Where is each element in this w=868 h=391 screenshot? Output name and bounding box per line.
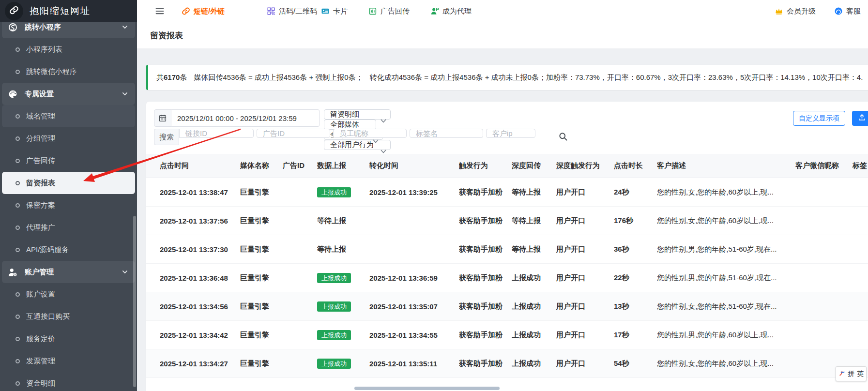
cell-media: 巨量引擎 xyxy=(240,302,283,311)
column-header: 媒体名称 xyxy=(240,161,283,170)
search-input-3[interactable] xyxy=(410,129,483,138)
search-input-0[interactable] xyxy=(179,129,254,138)
sidebar-item-label: 资金明细 xyxy=(26,379,55,388)
cell-media: 巨量引擎 xyxy=(240,273,283,283)
sidebar-item-1[interactable]: 小程序列表 xyxy=(2,38,135,60)
sidebar-item-3[interactable]: 专属设置 xyxy=(2,83,135,105)
bullet-circle-icon xyxy=(15,248,20,252)
cell-trigger: 获客助手加粉 xyxy=(459,216,512,226)
search-input-4[interactable] xyxy=(486,129,535,138)
nav-item-2[interactable]: 卡片 xyxy=(321,0,348,22)
titlebar: 留资报表 xyxy=(137,22,868,48)
cell-convert_time: 2025-12-01 13:35:11 xyxy=(369,360,459,368)
search-row: 搜索 xyxy=(154,129,571,145)
select-value: 留资明细 xyxy=(330,110,359,119)
table-row[interactable]: 2025-12-01 13:34:27巨量引擎上报成功2025-12-01 13… xyxy=(146,349,868,378)
sidebar-scrollbar[interactable] xyxy=(133,216,136,387)
table-row[interactable]: 2025-12-01 13:37:56巨量引擎等待上报获客助手加粉等待上报用户开… xyxy=(146,207,868,235)
bullet-circle-icon xyxy=(15,337,20,341)
chevron-down-icon xyxy=(122,24,128,30)
cell-convert_time: 2025-12-01 13:34:55 xyxy=(369,331,459,339)
table-row[interactable]: 2025-12-01 13:38:47巨量引擎上报成功2025-12-01 13… xyxy=(146,178,868,207)
cell-desc: 您的性别,男,您的年龄,60岁以上,现... xyxy=(657,331,795,340)
search-button[interactable] xyxy=(555,129,571,145)
cell-media: 巨量引擎 xyxy=(240,245,283,254)
brand: 抱阳缩短网址 xyxy=(0,0,137,22)
report-success-badge: 上报成功 xyxy=(317,330,351,340)
sidebar-item-label: 广告回传 xyxy=(26,156,55,165)
table-row[interactable]: 2025-12-01 13:34:56巨量引擎上报成功2025-12-01 13… xyxy=(146,292,868,321)
cell-click_time: 2025-12-01 13:37:30 xyxy=(160,245,240,254)
sidebar-item-9[interactable]: 代理推广 xyxy=(2,216,135,239)
filter-select-1[interactable]: 全部媒体 xyxy=(324,120,376,130)
search-input-2[interactable] xyxy=(333,129,407,138)
sidebar-item-15[interactable]: 发票管理 xyxy=(2,350,135,372)
cell-deep_report: 上报成功 xyxy=(512,273,556,283)
filter-select-0[interactable]: 留资明细 xyxy=(324,109,391,120)
nav-item-label: 客服 xyxy=(846,7,861,16)
customize-columns-button[interactable]: 自定义显示项 xyxy=(793,111,845,126)
sidebar-item-16[interactable]: 资金明细 xyxy=(2,372,135,391)
cell-deep_trigger: 用户开口 xyxy=(556,302,614,311)
sidebar-item-label: 域名管理 xyxy=(26,112,55,121)
sidebar-item-6[interactable]: 广告回传 xyxy=(2,150,135,172)
cell-convert_time: 2025-12-01 13:36:59 xyxy=(369,274,459,282)
bullet-circle-icon xyxy=(15,70,20,74)
cell-trigger: 获客助手加粉 xyxy=(459,245,512,254)
nav-item-0[interactable]: 短链/外链 xyxy=(182,0,225,22)
sidebar-item-5[interactable]: 分组管理 xyxy=(2,127,135,150)
cell-trigger: 获客助手加粉 xyxy=(459,331,512,340)
report-success-badge: 上报成功 xyxy=(317,273,351,283)
calendar-icon[interactable] xyxy=(154,109,171,127)
sidebar-item-label: 服务定价 xyxy=(26,334,55,344)
nav-item-4[interactable]: 成为代理 xyxy=(430,0,472,22)
cell-deep_report: 上报成功 xyxy=(512,302,556,311)
table-row[interactable]: 2025-12-01 13:36:48巨量引擎上报成功2025-12-01 13… xyxy=(146,264,868,292)
cell-deep_trigger: 用户开口 xyxy=(556,331,614,340)
sidebar-item-7[interactable]: 留资报表 xyxy=(2,172,135,194)
sidebar-item-11[interactable]: 账户管理 xyxy=(2,261,135,283)
export-button[interactable] xyxy=(852,111,868,126)
report-success-badge: 上报成功 xyxy=(317,359,351,369)
sidebar-item-8[interactable]: 保密方案 xyxy=(2,194,135,216)
miniprogram-icon xyxy=(8,22,18,32)
report-success-badge: 上报成功 xyxy=(317,301,351,312)
cell-report: 上报成功 xyxy=(317,301,369,312)
horizontal-scrollbar-thumb[interactable] xyxy=(354,387,500,390)
cell-report: 上报成功 xyxy=(317,330,369,340)
sidebar-menu: 跳转小程序小程序列表跳转微信小程序专属设置域名管理分组管理广告回传留资报表保密方… xyxy=(0,22,137,391)
search-input-1[interactable] xyxy=(257,129,330,138)
column-header: 点击时间 xyxy=(160,161,240,170)
column-header: 客户描述 xyxy=(657,161,795,170)
stats-text: 共6170条媒体回传4536条 = 成功上报4536条 + 强制上报0条；转化成… xyxy=(156,73,863,82)
nav-item-3[interactable]: 广告回传 xyxy=(368,0,410,22)
nav-item-1[interactable]: 活码/二维码 xyxy=(267,0,317,22)
cell-desc: 您的性别,女,您的年龄,60岁以上,现... xyxy=(657,188,795,197)
table-row[interactable]: 2025-12-01 13:34:42巨量引擎上报成功2025-12-01 13… xyxy=(146,321,868,349)
column-header: 客户微信昵称 xyxy=(795,161,853,170)
cell-duration: 13秒 xyxy=(614,302,657,311)
sidebar-item-label: 互通接口购买 xyxy=(26,312,70,321)
support-icon xyxy=(834,7,843,15)
cell-desc: 您的性别,女,您的年龄,60岁以上,现... xyxy=(657,216,795,226)
column-header: 点击时长 xyxy=(614,161,657,170)
sidebar-item-12[interactable]: 账户设置 xyxy=(2,283,135,305)
sidebar-item-13[interactable]: 互通接口购买 xyxy=(2,305,135,328)
nav-right-item-1[interactable]: 客服 xyxy=(834,0,861,22)
table-row[interactable]: 2025-12-01 13:37:30巨量引擎等待上报获客助手加粉等待上报用户开… xyxy=(146,235,868,264)
brand-title: 抱阳缩短网址 xyxy=(30,5,91,17)
sidebar-item-4[interactable]: 域名管理 xyxy=(2,105,135,127)
crown-icon xyxy=(775,7,783,15)
cell-desc: 您的性别,女,您的年龄,51-60岁,现在... xyxy=(657,302,795,311)
nav-right-item-0[interactable]: 会员升级 xyxy=(775,0,816,22)
top-navigation: 短链/外链活码/二维码卡片广告回传成为代理 会员升级客服 xyxy=(137,0,868,22)
date-range-input[interactable] xyxy=(171,109,320,127)
nav-item-label: 成为代理 xyxy=(442,7,472,16)
cell-convert_time: 2025-12-01 13:35:07 xyxy=(369,302,459,311)
sidebar-item-14[interactable]: 服务定价 xyxy=(2,328,135,350)
sidebar-item-10[interactable]: API/源码服务 xyxy=(2,239,135,261)
sidebar-item-0[interactable]: 跳转小程序 xyxy=(2,22,135,38)
ime-status-badge[interactable]: 拼 英 xyxy=(836,366,867,381)
sidebar-item-2[interactable]: 跳转微信小程序 xyxy=(2,60,135,83)
menu-toggle-icon[interactable] xyxy=(154,6,165,16)
